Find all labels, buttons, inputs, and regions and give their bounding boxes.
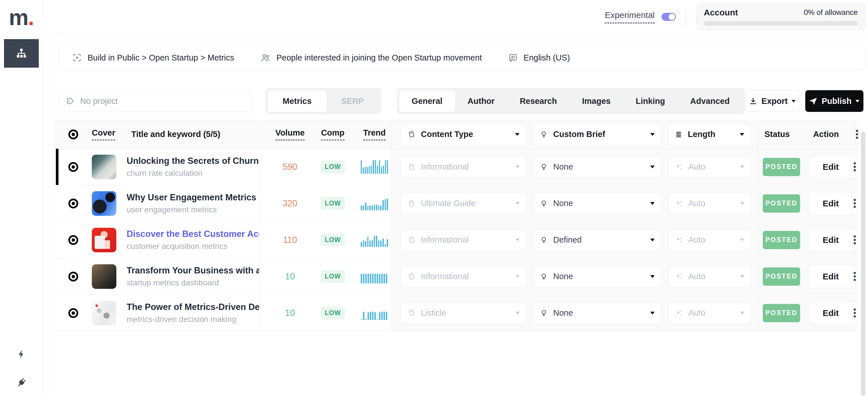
publish-button[interactable]: Publish (805, 90, 863, 112)
custom-brief-dropdown[interactable]: None (533, 266, 661, 287)
trend-sparkline (361, 233, 388, 247)
content-type-dropdown[interactable]: Listicle (401, 302, 526, 324)
cover-image[interactable] (92, 155, 116, 179)
custom-brief-value: None (553, 272, 645, 281)
status-badge: POSTED (763, 194, 800, 212)
volume-value: 320 (283, 198, 298, 209)
edit-button[interactable]: Edit (809, 229, 852, 251)
content-type-value: Informational (421, 235, 510, 245)
length-dropdown[interactable]: Auto (668, 193, 751, 214)
edit-button[interactable]: Edit (809, 192, 852, 215)
chevron-down-icon (740, 133, 744, 136)
custom-brief-dropdown[interactable]: None (533, 302, 661, 324)
lightning-icon[interactable] (16, 348, 27, 360)
app-logo[interactable]: m. (0, 0, 42, 34)
column-title-keyword: Title and keyword (5/5) (131, 130, 220, 139)
audience-text: People interested in joining the Open St… (276, 53, 482, 62)
tab-research[interactable]: Research (507, 90, 570, 112)
length-dropdown[interactable]: Auto (668, 302, 751, 324)
status-badge: POSTED (763, 158, 800, 176)
page-icon (407, 163, 416, 171)
length-dropdown[interactable]: Auto (668, 156, 751, 178)
sidebar-item-content-plan[interactable] (4, 39, 39, 68)
tab-advanced[interactable]: Advanced (678, 90, 742, 112)
sparkles-icon (675, 199, 683, 208)
length-dropdown[interactable]: Auto (668, 266, 751, 287)
column-volume[interactable]: Volume (275, 128, 305, 140)
content-type-dropdown[interactable]: Informational (401, 266, 526, 287)
row-target-icon[interactable] (67, 161, 79, 173)
lightbulb-icon (539, 199, 548, 208)
sparkles-icon (675, 163, 683, 171)
column-cover[interactable]: Cover (92, 128, 115, 140)
row-target-icon[interactable] (67, 307, 79, 319)
chevron-down-icon (650, 275, 655, 278)
custom-brief-dropdown[interactable]: None (533, 156, 661, 178)
chevron-down-icon (516, 202, 520, 205)
trend-sparkline (361, 197, 388, 210)
experimental-toggle[interactable] (661, 13, 676, 21)
edit-button[interactable]: Edit (809, 265, 852, 288)
table-options-button[interactable] (856, 122, 859, 146)
row-title[interactable]: Why User Engagement Metrics Mat (127, 192, 259, 203)
main-area: Build in Public > Open Startup > Metrics… (43, 34, 868, 397)
export-button[interactable]: Export (745, 90, 800, 112)
tab-serp[interactable]: SERP (327, 90, 379, 112)
row-options-button[interactable] (852, 156, 857, 178)
chevron-down-icon (740, 312, 744, 314)
sparkles-icon (675, 309, 683, 317)
custom-brief-dropdown[interactable]: None (533, 193, 661, 214)
length-dropdown[interactable]: Auto (668, 229, 751, 251)
kebab-icon (856, 130, 858, 139)
status-badge: POSTED (763, 304, 800, 322)
project-select[interactable]: No project (59, 90, 252, 112)
row-target-icon[interactable] (67, 234, 79, 246)
edit-button[interactable]: Edit (809, 156, 852, 178)
row-title[interactable]: Unlocking the Secrets of Churn Rat (127, 156, 259, 166)
content-type-dropdown[interactable]: Ultimate Guide (401, 193, 526, 214)
custom-brief-column-dropdown[interactable]: Custom Brief (533, 123, 661, 145)
vertical-scrollbar[interactable] (861, 132, 865, 396)
column-trend[interactable]: Trend (363, 128, 386, 140)
select-all-target-icon[interactable] (67, 129, 79, 140)
edit-button[interactable]: Edit (809, 302, 852, 324)
tab-metrics[interactable]: Metrics (268, 90, 327, 112)
row-title[interactable]: Discover the Best Customer Acquis (127, 229, 259, 239)
content-type-dropdown[interactable]: Informational (401, 229, 526, 251)
row-title[interactable]: The Power of Metrics-Driven Decisi (127, 302, 259, 312)
volume-value: 110 (283, 235, 297, 245)
language-info[interactable]: English (US) (508, 53, 570, 62)
cover-image[interactable] (92, 301, 116, 325)
tab-author[interactable]: Author (455, 90, 507, 112)
breadcrumb[interactable]: Build in Public > Open Startup > Metrics (72, 53, 234, 62)
row-options-button[interactable] (852, 192, 857, 215)
chevron-down-icon (650, 133, 655, 136)
tab-images[interactable]: Images (569, 90, 623, 112)
column-comp[interactable]: Comp (321, 128, 344, 140)
tab-general[interactable]: General (399, 90, 455, 112)
page-icon (407, 236, 416, 244)
topbar: Experimental Account 0% of allowance (43, 0, 868, 34)
tab-linking[interactable]: Linking (623, 90, 678, 112)
row-target-icon[interactable] (67, 271, 79, 283)
row-target-icon[interactable] (67, 198, 79, 209)
cover-image[interactable] (92, 264, 116, 289)
row-options-button[interactable] (852, 229, 857, 251)
custom-brief-dropdown[interactable]: Defined (533, 229, 661, 251)
row-options-button[interactable] (852, 302, 857, 324)
chevron-down-icon (516, 238, 520, 241)
length-column-dropdown[interactable]: Length (668, 123, 751, 145)
cover-image[interactable] (92, 191, 116, 216)
cover-image[interactable] (92, 228, 116, 252)
length-value: Auto (688, 308, 735, 318)
audience-info[interactable]: People interested in joining the Open St… (260, 53, 482, 63)
section-tabs: General Author Research Images Linking A… (397, 88, 745, 114)
tag-icon (66, 96, 75, 106)
row-title[interactable]: Transform Your Business with a Sm (127, 265, 259, 276)
content-type-dropdown[interactable]: Informational (401, 156, 526, 178)
account-allowance-card[interactable]: Account 0% of allowance (696, 3, 866, 30)
content-type-column-dropdown[interactable]: Content Type (401, 123, 526, 145)
row-options-button[interactable] (852, 265, 857, 288)
plug-icon[interactable] (16, 377, 27, 389)
competition-badge: LOW (320, 161, 345, 173)
